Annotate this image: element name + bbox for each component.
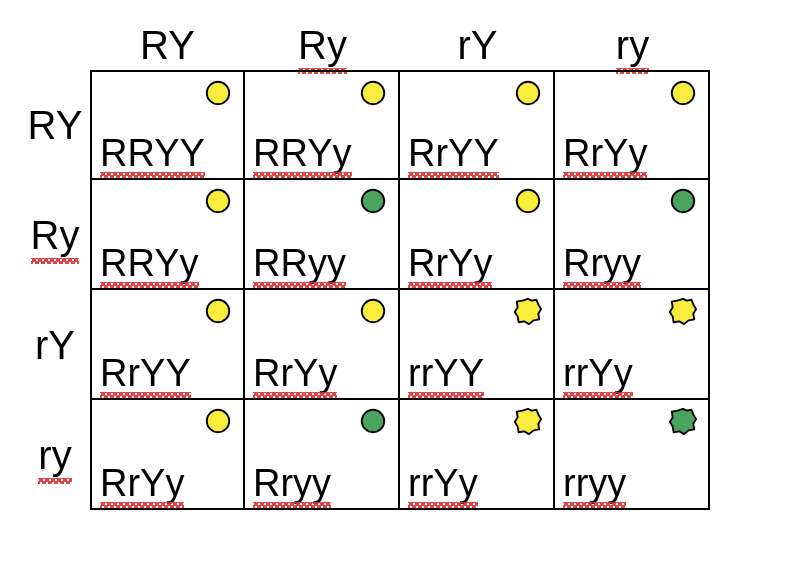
row-header-label: Ry [31, 213, 80, 258]
genotype-label: RRYy [100, 244, 199, 282]
phenotype-icon [513, 296, 543, 326]
phenotype-icon [203, 186, 233, 216]
col-header-1: Ry [245, 20, 400, 70]
phenotype-icon [358, 186, 388, 216]
genotype-label: rrYy [563, 354, 633, 392]
svg-point-1 [362, 82, 385, 105]
genotype-label: RRyy [253, 244, 346, 282]
svg-point-10 [207, 410, 230, 433]
cell-3-3: rryy [553, 398, 710, 510]
phenotype-icon [668, 406, 698, 436]
phenotype-icon [668, 296, 698, 326]
svg-point-11 [362, 410, 385, 433]
row-header-label: rY [35, 323, 75, 368]
phenotype-icon [358, 78, 388, 108]
genotype-label: RrYy [408, 244, 492, 282]
svg-point-6 [517, 190, 540, 213]
col-header-label: ry [616, 23, 649, 68]
row-header-label: RY [28, 103, 83, 148]
genotype-label: rrYy [408, 464, 478, 502]
genotype-label: RRYy [253, 134, 352, 172]
row-header-0: RY [20, 70, 90, 180]
genotype-label: RrYY [100, 354, 191, 392]
row-header-2: rY [20, 290, 90, 400]
phenotype-icon [203, 296, 233, 326]
cell-1-2: RrYy [398, 178, 555, 290]
cell-2-3: rrYy [553, 288, 710, 400]
genotype-label: Rryy [253, 464, 331, 502]
svg-point-7 [672, 190, 695, 213]
corner-cell [20, 20, 90, 70]
genotype-label: rryy [563, 464, 626, 502]
svg-point-4 [207, 190, 230, 213]
svg-point-8 [207, 300, 230, 323]
col-header-0: RY [90, 20, 245, 70]
genotype-label: RrYY [408, 134, 499, 172]
row-header-label: ry [38, 433, 71, 478]
row-header-3: ry [20, 400, 90, 510]
punnett-square: RY Ry rY ry RY RRYY RRYy RrYY RrYy [20, 20, 780, 510]
cell-2-0: RrYY [90, 288, 245, 400]
cell-1-3: Rryy [553, 178, 710, 290]
svg-point-5 [362, 190, 385, 213]
col-header-label: rY [458, 23, 498, 68]
cell-0-0: RRYY [90, 70, 245, 180]
cell-0-1: RRYy [243, 70, 400, 180]
svg-point-3 [672, 82, 695, 105]
phenotype-icon [358, 296, 388, 326]
row-header-1: Ry [20, 180, 90, 290]
cell-1-0: RRYy [90, 178, 245, 290]
col-header-label: RY [140, 23, 195, 68]
cell-0-2: RrYY [398, 70, 555, 180]
phenotype-icon [668, 186, 698, 216]
phenotype-icon [358, 406, 388, 436]
phenotype-icon [513, 78, 543, 108]
genotype-label: RrYy [563, 134, 647, 172]
cell-3-1: Rryy [243, 398, 400, 510]
phenotype-icon [513, 186, 543, 216]
genotype-label: RrYy [253, 354, 337, 392]
col-header-3: ry [555, 20, 710, 70]
genotype-label: Rryy [563, 244, 641, 282]
phenotype-icon [203, 406, 233, 436]
cell-2-1: RrYy [243, 288, 400, 400]
cell-3-2: rrYy [398, 398, 555, 510]
cell-0-3: RrYy [553, 70, 710, 180]
phenotype-icon [668, 78, 698, 108]
col-header-2: rY [400, 20, 555, 70]
phenotype-icon [203, 78, 233, 108]
cell-2-2: rrYY [398, 288, 555, 400]
svg-point-9 [362, 300, 385, 323]
phenotype-icon [513, 406, 543, 436]
svg-point-2 [517, 82, 540, 105]
cell-3-0: RrYy [90, 398, 245, 510]
col-header-label: Ry [298, 23, 347, 68]
cell-1-1: RRyy [243, 178, 400, 290]
genotype-label: RrYy [100, 464, 184, 502]
svg-point-0 [207, 82, 230, 105]
genotype-label: RRYY [100, 134, 205, 172]
genotype-label: rrYY [408, 354, 484, 392]
